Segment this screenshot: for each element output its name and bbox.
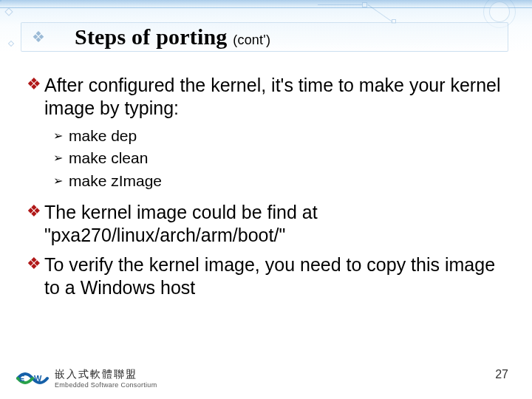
bullet-text: After configured the kernel, it's time t… — [44, 74, 502, 119]
bullet-level2: ➢ make zImage — [53, 170, 502, 192]
arrow-bullet-icon: ➢ — [53, 172, 63, 194]
bullet-level2: ➢ make dep — [53, 125, 502, 147]
sub-bullet-text: make zImage — [69, 170, 162, 192]
diamond-bullet-icon: ❖ — [27, 254, 41, 299]
footer-logo: E W 嵌入式軟體聯盟 Embedded Software Consortium — [16, 368, 157, 389]
arrow-bullet-icon: ➢ — [53, 127, 63, 149]
logo-text-line1: 嵌入式軟體聯盟 — [55, 368, 157, 381]
slide-title: Steps of porting (cont') — [75, 24, 270, 50]
sub-bullet-group: ➢ make dep ➢ make clean ➢ make zImage — [53, 125, 502, 192]
logo-text-line2: Embedded Software Consortium — [55, 381, 157, 389]
title-bullet-icon: ❖ — [32, 30, 45, 44]
title-main: Steps of porting — [75, 24, 228, 49]
diamond-bullet-icon: ❖ — [27, 202, 41, 247]
bullet-text: To verify the kernel image, you need to … — [44, 253, 502, 299]
svg-text:W: W — [34, 374, 42, 383]
logo-icon: E W — [16, 368, 49, 389]
bullet-level1: ❖ After configured the kernel, it's time… — [27, 74, 502, 119]
bullet-level1: ❖ The kernel image could be find at "pxa… — [27, 201, 502, 246]
bullet-level1: ❖ To verify the kernel image, you need t… — [27, 253, 502, 299]
title-bar: ❖ Steps of porting (cont') — [21, 22, 508, 52]
slide-body: ❖ After configured the kernel, it's time… — [27, 66, 502, 304]
logo-text: 嵌入式軟體聯盟 Embedded Software Consortium — [55, 368, 157, 389]
bullet-level2: ➢ make clean — [53, 147, 502, 169]
page-number: 27 — [495, 368, 508, 381]
arrow-bullet-icon: ➢ — [53, 149, 63, 171]
sub-bullet-text: make dep — [69, 125, 137, 147]
diamond-bullet-icon: ❖ — [27, 75, 41, 120]
title-suffix: (cont') — [233, 33, 270, 47]
sub-bullet-text: make clean — [69, 147, 148, 169]
bullet-text: The kernel image could be find at "pxa27… — [44, 201, 502, 246]
svg-text:E: E — [19, 374, 24, 383]
